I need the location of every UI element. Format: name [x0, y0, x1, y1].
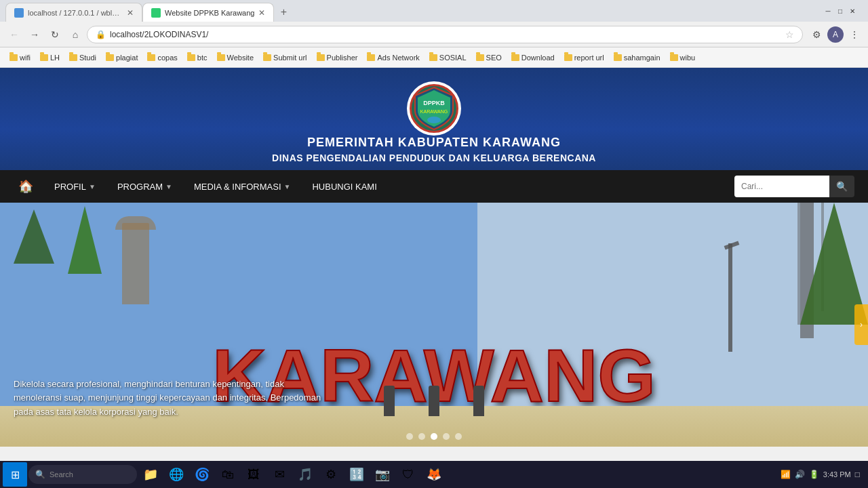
folder-icon: [564, 54, 572, 61]
bookmark-publisher-label: Publisher: [327, 54, 358, 62]
bookmark-lh[interactable]: LH: [36, 52, 64, 64]
taskbar-chrome[interactable]: 🌐: [164, 462, 189, 487]
slide-dot-2[interactable]: [418, 433, 425, 440]
bookmark-submiturl-label: Submit url: [273, 54, 307, 62]
tray-network-icon[interactable]: 📶: [781, 470, 791, 479]
bookmark-reporturl-label: report url: [574, 54, 604, 62]
maximize-button[interactable]: □: [835, 6, 845, 16]
tab-2-label: Website DPPKB Karawang: [165, 9, 254, 17]
taskbar-firefox[interactable]: 🦊: [422, 462, 446, 487]
bookmark-publisher[interactable]: Publisher: [313, 52, 362, 64]
bookmark-submiturl[interactable]: Submit url: [259, 52, 311, 64]
search-button[interactable]: 🔍: [829, 176, 854, 197]
extensions-icon[interactable]: ⚙: [808, 26, 825, 43]
bookmark-plagiat[interactable]: plagiat: [102, 52, 142, 64]
system-tray: 📶 🔊 🔋 3:43 PM □: [781, 470, 865, 479]
site-header: DPPKB KARAWANG PEMERINTAH KABUPATEN KARA…: [0, 68, 868, 170]
nav-item-hubungi[interactable]: HUBUNGI KAMI: [301, 174, 387, 200]
site-title-main: PEMERINTAH KABUPATEN KARAWANG: [0, 136, 868, 150]
close-button[interactable]: ✕: [848, 6, 857, 16]
chrome-icon: 🌐: [169, 467, 184, 482]
bookmark-copas-label: copas: [157, 54, 177, 62]
bookmark-reporturl[interactable]: report url: [560, 52, 608, 64]
taskbar-settings[interactable]: ⚙: [319, 462, 343, 487]
tray-battery-icon[interactable]: 🔋: [809, 470, 819, 479]
tab-1-close[interactable]: ✕: [127, 8, 134, 18]
bookmark-studi[interactable]: Studi: [65, 52, 100, 64]
music-icon: 🎵: [298, 467, 313, 482]
website-content: DPPKB KARAWANG PEMERINTAH KABUPATEN KARA…: [0, 68, 868, 488]
tray-volume-icon[interactable]: 🔊: [795, 470, 805, 479]
search-input[interactable]: [734, 176, 829, 197]
home-button[interactable]: ⌂: [66, 26, 84, 43]
menu-icon[interactable]: ⋮: [846, 26, 863, 43]
taskbar-security[interactable]: 🛡: [396, 462, 420, 487]
tab-2[interactable]: Website DPPKB Karawang ✕: [142, 3, 274, 22]
tab-2-close[interactable]: ✕: [258, 8, 265, 18]
bookmark-star-icon[interactable]: ☆: [785, 29, 794, 40]
bookmark-wifi[interactable]: wifi: [5, 52, 35, 64]
taskbar-edge[interactable]: 🌀: [190, 462, 214, 487]
taskbar-explorer[interactable]: 📁: [138, 462, 163, 487]
tab-1-label: localhost / 127.0.0.1 / wblokodi...: [28, 9, 123, 17]
taskbar-mail[interactable]: ✉: [267, 462, 292, 487]
logo-inner: DPPKB KARAWANG: [410, 84, 458, 133]
bookmark-download[interactable]: Download: [507, 52, 559, 64]
bookmark-sahamgain[interactable]: sahamgain: [610, 52, 665, 64]
bookmark-plagiat-label: plagiat: [116, 54, 138, 62]
start-button[interactable]: ⊞: [3, 462, 27, 487]
bookmark-sosial[interactable]: SOSIAL: [425, 52, 471, 64]
folder-icon: [476, 54, 484, 61]
firefox-icon: 🦊: [427, 467, 441, 482]
folder-icon: [147, 54, 155, 61]
slide-dot-1[interactable]: [406, 433, 413, 440]
tree-decoration-left: [14, 209, 54, 264]
nav-item-profil[interactable]: PROFIL ▼: [43, 174, 106, 200]
folder-icon: [670, 54, 678, 61]
folder-icon: [511, 54, 519, 61]
taskbar-music[interactable]: 🎵: [293, 462, 317, 487]
show-desktop-icon[interactable]: □: [855, 470, 860, 479]
bookmarks-bar: wifi LH Studi plagiat copas btc Website: [0, 47, 868, 68]
bookmark-sosial-label: SOSIAL: [439, 54, 467, 62]
window-controls: ─ □ ✕: [823, 6, 857, 16]
nav-home-button[interactable]: 🏠: [14, 174, 38, 199]
bookmark-seo[interactable]: SEO: [472, 52, 506, 64]
nav-item-program[interactable]: PROGRAM ▼: [106, 174, 183, 200]
nav-item-media[interactable]: MEDIA & INFORMASI ▼: [183, 174, 301, 200]
system-clock[interactable]: 3:43 PM: [823, 470, 851, 479]
profile-icon[interactable]: A: [827, 26, 844, 43]
settings-icon: ⚙: [326, 467, 336, 482]
toolbar-icons: ⚙ A ⋮: [808, 26, 863, 43]
reload-button[interactable]: ↻: [46, 26, 64, 43]
bookmark-adsnetwork[interactable]: Ads Network: [363, 52, 423, 64]
photos-icon: 🖼: [248, 468, 260, 482]
navigation-bar: 🏠 PROFIL ▼ PROGRAM ▼ MEDIA & INFORMASI ▼…: [0, 170, 868, 203]
slide-dot-5[interactable]: [455, 433, 462, 440]
bookmark-wibu[interactable]: wibu: [666, 52, 700, 64]
taskbar-photos[interactable]: 🖼: [241, 462, 266, 487]
browser-frame: localhost / 127.0.0.1 / wblokodi... ✕ We…: [0, 0, 868, 488]
taskbar-search[interactable]: 🔍 Search: [28, 465, 137, 484]
address-bar[interactable]: 🔒 localhost/2LOKODINASV1/ ☆: [87, 26, 803, 43]
taskbar-camera[interactable]: 📷: [370, 462, 395, 487]
tab-1[interactable]: localhost / 127.0.0.1 / wblokodi... ✕: [5, 3, 142, 22]
taskbar-calc[interactable]: 🔢: [344, 462, 369, 487]
taskbar-store[interactable]: 🛍: [216, 462, 240, 487]
forward-button[interactable]: →: [26, 26, 43, 43]
slide-dot-4[interactable]: [443, 433, 450, 440]
slide-dot-3[interactable]: [431, 433, 437, 440]
bookmark-btc[interactable]: btc: [183, 52, 212, 64]
scroll-hint[interactable]: ›: [854, 304, 868, 345]
bookmark-copas[interactable]: copas: [143, 52, 181, 64]
bookmark-website[interactable]: Website: [213, 52, 258, 64]
nav-search: 🔍: [734, 176, 854, 197]
minimize-button[interactable]: ─: [823, 6, 833, 16]
new-tab-button[interactable]: +: [274, 3, 293, 22]
media-dropdown-icon: ▼: [284, 183, 291, 190]
back-button[interactable]: ←: [5, 26, 23, 43]
hero-description-text: Dikelola secara profesional, menghindari…: [14, 379, 321, 418]
folder-icon: [317, 54, 325, 61]
url-text: localhost/2LOKODINASV1/: [110, 30, 781, 39]
folder-icon: [263, 54, 271, 61]
